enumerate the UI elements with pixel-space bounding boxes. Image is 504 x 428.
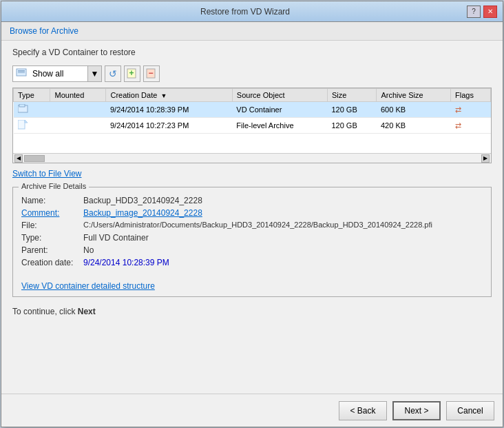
- detail-type-row: Type: Full VD Container: [21, 233, 483, 243]
- details-group: Archive File Details Name: Backup_HDD3_2…: [12, 187, 492, 297]
- col-size[interactable]: Size: [327, 89, 377, 102]
- cell-archive-size: 600 KB: [377, 102, 451, 118]
- view-vd-link[interactable]: View VD container detailed structure: [21, 281, 155, 291]
- dropdown-arrow[interactable]: ▼: [87, 66, 101, 81]
- svg-rect-1: [18, 70, 25, 72]
- name-value: Backup_HDD3_20140924_2228: [83, 196, 202, 205]
- specify-label: Specify a VD Container to restore: [12, 48, 492, 57]
- close-button[interactable]: ✕: [483, 6, 497, 18]
- cell-archive-size: 420 KB: [377, 118, 451, 134]
- cell-creation-date: 9/24/2014 10:28:39 PM: [106, 102, 232, 118]
- footer-hint: To continue, click Next: [12, 307, 492, 316]
- cell-mounted: [50, 118, 106, 134]
- name-label: Name:: [21, 196, 83, 205]
- parent-value: No: [83, 245, 94, 255]
- sort-icon: ▼: [160, 92, 167, 99]
- horizontal-scrollbar[interactable]: ◀ ▶: [13, 153, 491, 163]
- scroll-left-btn[interactable]: ◀: [14, 154, 23, 163]
- breadcrumb: Browse for Archive: [1, 22, 503, 41]
- comment-label[interactable]: Comment:: [21, 208, 83, 218]
- title-bar: Restore from VD Wizard ? ✕: [1, 1, 503, 22]
- col-type[interactable]: Type: [14, 89, 50, 102]
- cell-type: [14, 102, 50, 118]
- toolbar-row: Show all ▼ ↺ + −: [12, 65, 492, 82]
- col-archive-size[interactable]: Archive Size: [377, 89, 451, 102]
- help-button[interactable]: ?: [467, 6, 481, 18]
- cell-type: [14, 118, 50, 134]
- table-container: Type Mounted Creation Date ▼ Source Obje…: [12, 88, 492, 163]
- cell-flags: ⇄: [451, 118, 491, 134]
- main-area: Specify a VD Container to restore Show a…: [1, 41, 503, 394]
- creation-label: Creation date:: [21, 258, 83, 267]
- remove-button[interactable]: −: [143, 65, 160, 82]
- col-creation-date[interactable]: Creation Date ▼: [106, 89, 232, 102]
- reload-button[interactable]: ↺: [105, 65, 121, 82]
- cell-size: 120 GB: [327, 102, 377, 118]
- scroll-right-btn[interactable]: ▶: [481, 154, 490, 163]
- col-flags[interactable]: Flags: [451, 89, 491, 102]
- button-bar: < Back Next > Cancel: [1, 394, 503, 427]
- details-group-label: Archive File Details: [19, 182, 89, 190]
- window-title: Restore from VD Wizard: [23, 7, 467, 17]
- svg-rect-8: [19, 104, 25, 107]
- content-area: Browse for Archive Specify a VD Containe…: [1, 22, 503, 394]
- scroll-track: [24, 155, 480, 162]
- breadcrumb-text: Browse for Archive: [10, 26, 78, 36]
- detail-comment-row: Comment: Backup_image_20140924_2228: [21, 208, 483, 218]
- file-label: File:: [21, 221, 83, 230]
- archive-table: Type Mounted Creation Date ▼ Source Obje…: [13, 88, 491, 134]
- dropdown-icon: [13, 67, 30, 81]
- hint-prefix: To continue, click: [12, 307, 78, 316]
- detail-name-row: Name: Backup_HDD3_20140924_2228: [21, 196, 483, 205]
- file-value: C:/Users/Administrator/Documents/Backup_…: [83, 221, 432, 230]
- type-label: Type:: [21, 233, 83, 243]
- detail-parent-row: Parent: No: [21, 245, 483, 255]
- title-controls: ? ✕: [467, 6, 497, 18]
- svg-text:+: +: [129, 68, 134, 78]
- main-window: Restore from VD Wizard ? ✕ Browse for Ar…: [1, 1, 503, 427]
- cancel-button[interactable]: Cancel: [446, 401, 494, 420]
- dropdown-value: Show all: [30, 69, 87, 79]
- cell-creation-date: 9/24/2014 10:27:23 PM: [106, 118, 232, 134]
- col-source-object[interactable]: Source Object: [232, 89, 327, 102]
- back-button[interactable]: < Back: [339, 401, 387, 420]
- hint-bold: Next: [78, 307, 96, 316]
- next-button[interactable]: Next >: [392, 401, 441, 420]
- table-row[interactable]: 9/24/2014 10:28:39 PM VD Container 120 G…: [14, 102, 491, 118]
- cell-flags: ⇄: [451, 102, 491, 118]
- creation-value: 9/24/2014 10:28:39 PM: [83, 258, 169, 267]
- type-value: Full VD Container: [83, 233, 149, 243]
- view-link-row: View VD container detailed structure: [21, 281, 483, 291]
- cell-source-object: File-level Archive: [232, 118, 327, 134]
- detail-creation-row: Creation date: 9/24/2014 10:28:39 PM: [21, 258, 483, 267]
- detail-file-row: File: C:/Users/Administrator/Documents/B…: [21, 221, 483, 230]
- cell-size: 120 GB: [327, 118, 377, 134]
- add-button[interactable]: +: [124, 65, 140, 82]
- switch-view-link[interactable]: Switch to File View: [12, 169, 492, 179]
- col-mounted[interactable]: Mounted: [50, 89, 106, 102]
- svg-text:−: −: [148, 68, 153, 78]
- cell-mounted: [50, 102, 106, 118]
- scroll-thumb[interactable]: [24, 155, 45, 162]
- svg-rect-2: [18, 72, 25, 73]
- parent-label: Parent:: [21, 245, 83, 255]
- table-row[interactable]: 9/24/2014 10:27:23 PM File-level Archive…: [14, 118, 491, 134]
- cell-source-object: VD Container: [232, 102, 327, 118]
- details-content: Name: Backup_HDD3_20140924_2228 Comment:…: [21, 196, 483, 291]
- comment-value: Backup_image_20140924_2228: [83, 208, 202, 218]
- svg-rect-9: [18, 120, 25, 129]
- filter-dropdown[interactable]: Show all ▼: [12, 65, 102, 82]
